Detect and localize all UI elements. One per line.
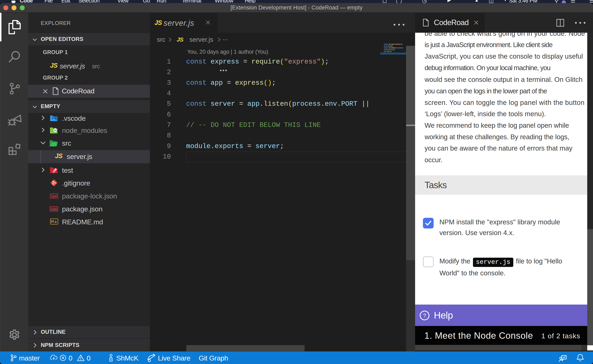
svg-text:npm: npm [51, 208, 57, 211]
svg-text:JS: JS [54, 129, 56, 132]
svg-text:npm: npm [51, 195, 57, 198]
svg-text:?: ? [423, 312, 426, 319]
